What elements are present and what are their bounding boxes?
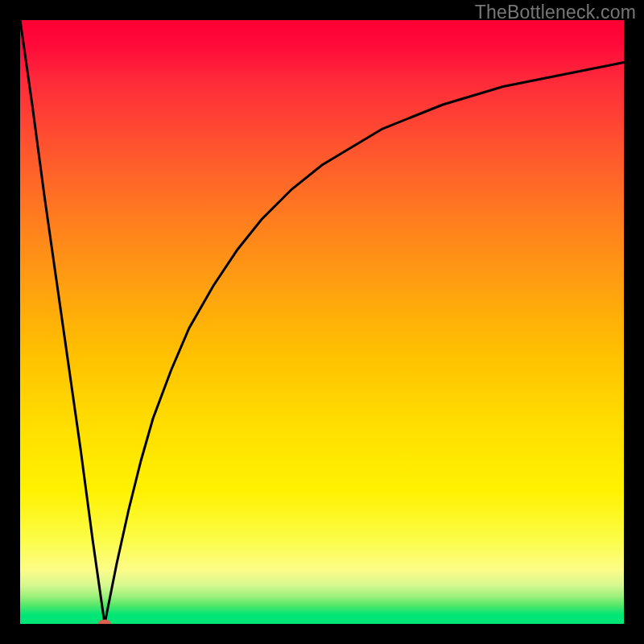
chart-frame: TheBottleneck.com <box>0 0 644 644</box>
plot-area <box>20 20 624 624</box>
optimal-marker <box>98 620 111 625</box>
background-gradient <box>20 20 624 624</box>
